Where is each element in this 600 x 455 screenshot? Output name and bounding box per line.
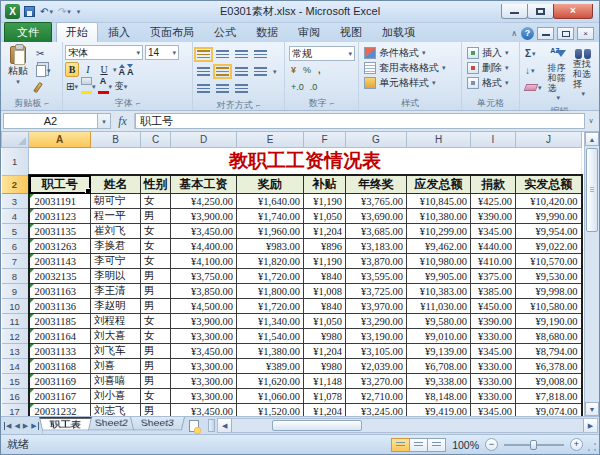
cell-bonus[interactable]: ¥1,380.00 <box>237 344 304 359</box>
cell-subsidy[interactable]: ¥1,050 <box>304 314 346 329</box>
cell-base-salary[interactable]: ¥3,450.00 <box>171 344 237 359</box>
sheet-title-cell[interactable]: 教职工工资情况表 <box>29 147 582 175</box>
paste-button[interactable]: 粘贴 ▾ <box>3 44 33 97</box>
cell-base-salary[interactable]: ¥3,900.00 <box>171 314 237 329</box>
cell-base-salary[interactable]: ¥3,300.00 <box>171 374 237 389</box>
sheet-tab-sheet3[interactable]: Sheet3 <box>130 417 185 430</box>
cell-gender[interactable]: 男 <box>141 344 171 359</box>
cell-base-salary[interactable]: ¥3,300.00 <box>171 359 237 374</box>
cell-employee-id[interactable]: 20031135 <box>29 224 91 239</box>
tab-formulas[interactable]: 公式 <box>204 22 246 42</box>
cell-total-payable[interactable]: ¥9,462.00 <box>407 239 471 254</box>
cell-styles-button[interactable]: 单元格样式▾ <box>362 75 458 90</box>
cell-name[interactable]: 李王清 <box>91 284 141 299</box>
cell-year-end-bonus[interactable]: ¥2,039.00 <box>346 359 407 374</box>
cell-total-payable[interactable]: ¥9,905.00 <box>407 269 471 284</box>
select-all-button[interactable] <box>2 132 29 147</box>
next-sheet-icon[interactable]: ▶ <box>23 422 28 430</box>
header-cell-bonus[interactable]: 奖励 <box>237 175 304 194</box>
selected-cell-a2[interactable]: 职工号 <box>29 175 91 194</box>
cell-year-end-bonus[interactable]: ¥3,270.00 <box>346 374 407 389</box>
cell-total-payable[interactable]: ¥9,419.00 <box>407 404 471 418</box>
cell-subsidy[interactable]: ¥840 <box>304 269 346 284</box>
scroll-up-icon[interactable]: ▲ <box>585 132 599 146</box>
cell-year-end-bonus[interactable]: ¥3,870.00 <box>346 254 407 269</box>
cell-gender[interactable]: 男 <box>141 284 171 299</box>
fill-button[interactable]: ↓▾ <box>523 63 544 78</box>
insert-cells-button[interactable]: 插入▾ <box>465 45 516 60</box>
tab-home[interactable]: 开始 <box>56 22 98 42</box>
cell-employee-id[interactable]: 20031163 <box>29 284 91 299</box>
scroll-down-icon[interactable]: ▼ <box>585 402 599 416</box>
cell-net-pay[interactable]: ¥8,794.00 <box>516 344 582 359</box>
cell-bonus[interactable]: ¥983.00 <box>237 239 304 254</box>
cell-subsidy[interactable]: ¥1,008 <box>304 284 346 299</box>
row-header[interactable]: 9 <box>2 284 29 299</box>
cell-year-end-bonus[interactable]: ¥2,710.00 <box>346 389 407 404</box>
row-header[interactable]: 14 <box>2 359 29 374</box>
cell-name[interactable]: 朝可宁 <box>91 194 141 209</box>
cell-bonus[interactable]: ¥389.00 <box>237 359 304 374</box>
cell-name[interactable]: 崔刘飞 <box>91 224 141 239</box>
align-middle-icon[interactable] <box>216 50 229 59</box>
wrap-text-icon[interactable] <box>235 84 248 93</box>
cell-total-payable[interactable]: ¥9,139.00 <box>407 344 471 359</box>
insert-worksheet-button[interactable] <box>181 417 207 434</box>
increase-decimal-icon[interactable]: +.0 <box>291 82 304 92</box>
cell-gender[interactable]: 女 <box>141 224 171 239</box>
cell-gender[interactable]: 男 <box>141 299 171 314</box>
cell-name[interactable]: 李换君 <box>91 239 141 254</box>
cell-subsidy[interactable]: ¥1,204 <box>304 224 346 239</box>
header-cell-name[interactable]: 姓名 <box>91 175 141 194</box>
tab-data[interactable]: 数据 <box>246 22 288 42</box>
cell-donation[interactable]: ¥385.00 <box>471 284 516 299</box>
percent-style-icon[interactable]: % <box>303 65 311 75</box>
vertical-scrollbar-thumb[interactable] <box>586 148 598 232</box>
cell-total-payable[interactable]: ¥9,338.00 <box>407 374 471 389</box>
cell-total-payable[interactable]: ¥11,030.00 <box>407 299 471 314</box>
cell-base-salary[interactable]: ¥3,450.00 <box>171 224 237 239</box>
cell-base-salary[interactable]: ¥3,900.00 <box>171 209 237 224</box>
cell-total-payable[interactable]: ¥10,845.00 <box>407 194 471 209</box>
row-header[interactable]: 17 <box>2 404 29 418</box>
cell-employee-id[interactable]: 20031169 <box>29 374 91 389</box>
cell-name[interactable]: 程一平 <box>91 209 141 224</box>
number-format-combo[interactable]: 常规▾ <box>289 46 355 61</box>
zoom-in-button[interactable]: + <box>570 438 583 451</box>
cell-name[interactable]: 刘喜嘻 <box>91 374 141 389</box>
view-page-layout-button[interactable] <box>409 438 428 452</box>
cell-name[interactable]: 李明以 <box>91 269 141 284</box>
cell-year-end-bonus[interactable]: ¥3,245.00 <box>346 404 407 418</box>
cell-subsidy[interactable]: ¥1,078 <box>304 389 346 404</box>
cell-name[interactable]: 刘飞车 <box>91 344 141 359</box>
format-cells-button[interactable]: 格式▾ <box>465 75 516 90</box>
accounting-format-icon[interactable]: ¥ <box>291 65 296 75</box>
delete-cells-button[interactable]: 删除▾ <box>465 60 516 75</box>
row-header[interactable]: 10 <box>2 299 29 314</box>
cell-total-payable[interactable]: ¥10,980.00 <box>407 254 471 269</box>
align-center-icon[interactable] <box>216 67 229 76</box>
decrease-decimal-icon[interactable]: .0 <box>310 82 318 92</box>
vertical-scrollbar[interactable]: ▲ ▼ <box>584 132 599 416</box>
dialog-launcher-icon[interactable]: ⌐ <box>44 99 49 108</box>
cell-total-payable[interactable]: ¥9,580.00 <box>407 314 471 329</box>
format-as-table-button[interactable]: 套用表格格式▾ <box>362 60 458 75</box>
qat-customize-button[interactable]: ▾ <box>75 4 82 20</box>
header-cell-gender[interactable]: 性别 <box>141 175 171 194</box>
cell-year-end-bonus[interactable]: ¥3,290.00 <box>346 314 407 329</box>
cell-subsidy[interactable]: ¥1,204 <box>304 344 346 359</box>
cell-donation[interactable]: ¥330.00 <box>471 374 516 389</box>
resize-grip[interactable] <box>586 441 598 453</box>
cell-total-payable[interactable]: ¥10,299.00 <box>407 224 471 239</box>
cell-donation[interactable]: ¥410.00 <box>471 254 516 269</box>
cell-net-pay[interactable]: ¥9,190.00 <box>516 314 582 329</box>
bold-button[interactable]: B <box>65 62 79 77</box>
cell-bonus[interactable]: ¥1,540.00 <box>237 329 304 344</box>
header-cell-total-payable[interactable]: 应发总额 <box>407 175 471 194</box>
tab-split-handle[interactable] <box>208 419 215 432</box>
row-header[interactable]: 16 <box>2 389 29 404</box>
zoom-out-button[interactable]: − <box>485 438 498 451</box>
cell-donation[interactable]: ¥345.00 <box>471 344 516 359</box>
cell-employee-id[interactable]: 20031167 <box>29 389 91 404</box>
insert-function-button[interactable]: fx <box>111 113 135 129</box>
